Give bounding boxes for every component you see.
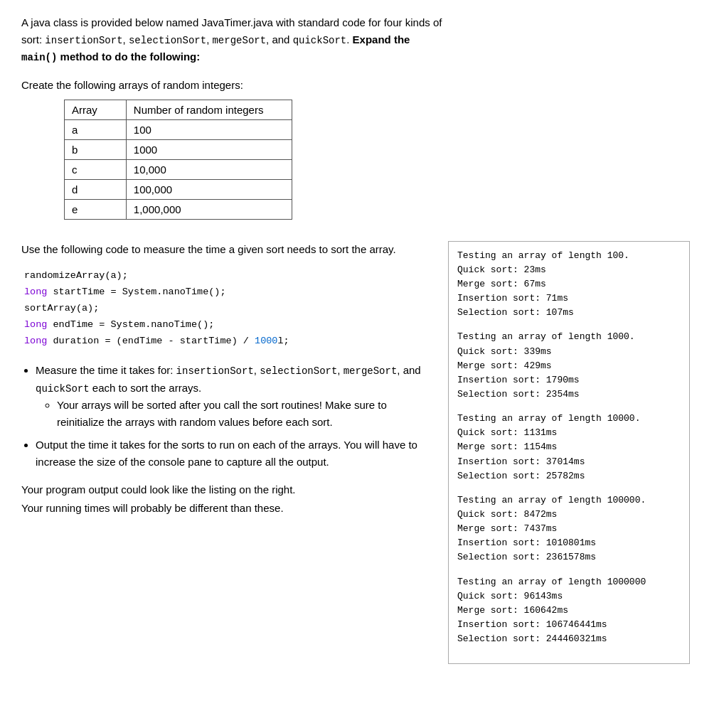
output-line-0-0: Quick sort: 23ms [457,263,681,277]
code-block: randomizeArray(a); long startTime = Syst… [24,268,434,350]
array-name-cell: a [65,119,127,139]
array-name-cell: d [65,179,127,199]
code-line-5: long duration = (endTime - startTime) / … [24,333,434,350]
output-line-2-2: Insertion sort: 37014ms [457,455,681,469]
output-panel: Testing an array of length 100. Quick so… [448,241,690,665]
output-line-1-2: Insertion sort: 1790ms [457,373,681,387]
create-arrays-text: Create the following arrays of random in… [21,79,703,91]
bottom-text: Your program output could look like the … [21,481,434,517]
main-content: Use the following code to measure the ti… [21,241,703,665]
array-name-cell: c [65,159,127,179]
array-name-cell: e [65,199,127,219]
output-line-2-0: Quick sort: 1131ms [457,426,681,440]
array-count-cell: 1000 [126,139,292,159]
output-line-0-3: Selection sort: 107ms [457,306,681,320]
output-section-4: Testing an array of length 1000000 Quick… [457,575,681,647]
output-section-3: Testing an array of length 100000. Quick… [457,493,681,565]
output-line-0-2: Insertion sort: 71ms [457,291,681,306]
arrays-table: Array Number of random integers a100b100… [64,100,292,220]
output-line-2-1: Merge sort: 1154ms [457,440,681,454]
output-line-1-1: Merge sort: 429ms [457,359,681,373]
output-line-3-0: Quick sort: 8472ms [457,508,681,522]
output-line-4-0: Quick sort: 96143ms [457,589,681,604]
bottom-text-1: Your program output could look like the … [21,481,434,499]
array-count-cell: 100,000 [126,179,292,199]
intro-paragraph: A java class is provided below named Jav… [21,14,448,66]
output-header-1: Testing an array of length 1000. [457,330,681,344]
use-text: Use the following code to measure the ti… [21,241,434,258]
code-line-4: long endTime = System.nanoTime(); [24,317,434,333]
code-line-1: randomizeArray(a); [24,268,434,284]
output-section-0: Testing an array of length 100. Quick so… [457,249,681,321]
table-row: e1,000,000 [65,199,292,219]
output-header-3: Testing an array of length 100000. [457,493,681,508]
output-line-0-1: Merge sort: 67ms [457,277,681,291]
array-name-cell: b [65,139,127,159]
array-count-cell: 100 [126,119,292,139]
table-row: a100 [65,119,292,139]
col-header-array: Array [65,100,127,119]
output-line-3-2: Insertion sort: 1010801ms [457,536,681,550]
code-line-3: sortArray(a); [24,301,434,317]
output-line-4-2: Insertion sort: 106746441ms [457,618,681,632]
bullet-list: Measure the time it takes for: insertion… [36,362,434,471]
bullet-item-1: Measure the time it takes for: insertion… [36,362,434,431]
table-row: c10,000 [65,159,292,179]
array-count-cell: 1,000,000 [126,199,292,219]
col-header-count: Number of random integers [126,100,292,119]
sub-list-1: Your arrays will be sorted after you cal… [57,397,434,431]
output-line-2-3: Selection sort: 25782ms [457,469,681,483]
output-header-2: Testing an array of length 10000. [457,412,681,426]
table-row: b1000 [65,139,292,159]
output-line-3-1: Merge sort: 7437ms [457,522,681,536]
output-section-1: Testing an array of length 1000. Quick s… [457,330,681,402]
output-header-0: Testing an array of length 100. [457,249,681,263]
table-row: d100,000 [65,179,292,199]
output-header-4: Testing an array of length 1000000 [457,575,681,589]
left-column: Use the following code to measure the ti… [21,241,434,517]
intro-text-main: A java class is provided below named Jav… [21,16,442,63]
code-line-2: long startTime = System.nanoTime(); [24,284,434,301]
array-count-cell: 10,000 [126,159,292,179]
output-line-1-0: Quick sort: 339ms [457,345,681,359]
bottom-text-2: Your running times will probably be diff… [21,499,434,518]
sub-item-1: Your arrays will be sorted after you cal… [57,397,434,431]
output-section-2: Testing an array of length 10000. Quick … [457,412,681,483]
output-line-4-3: Selection sort: 244460321ms [457,632,681,646]
output-line-4-1: Merge sort: 160642ms [457,604,681,618]
output-line-3-3: Selection sort: 2361578ms [457,550,681,564]
output-line-1-3: Selection sort: 2354ms [457,387,681,402]
bullet-item-2: Output the time it takes for the sorts t… [36,437,434,471]
